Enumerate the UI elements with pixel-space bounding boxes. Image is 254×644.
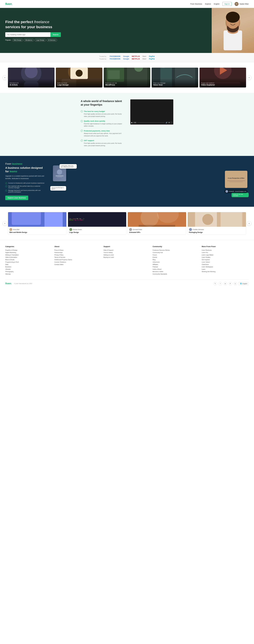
footer-link[interactable]: Influencers bbox=[153, 261, 200, 263]
feature-check-budget: ✓ bbox=[81, 110, 83, 112]
tag-ai-services[interactable]: AI Services bbox=[47, 39, 57, 42]
footer-link[interactable]: Customer Success Stories bbox=[153, 249, 200, 251]
popular-card-gif-author: Emmett Potter bbox=[133, 229, 142, 230]
footer-link[interactable]: Help & Support bbox=[104, 249, 150, 251]
tag-logo-design[interactable]: Logo Design bbox=[35, 39, 46, 42]
fullscreen-icon: ⛶ bbox=[171, 122, 172, 124]
hero-search-input[interactable] bbox=[5, 32, 50, 37]
popular-card-gif[interactable]: Emmett Potter Animated GIFs bbox=[128, 212, 186, 235]
footer-link[interactable]: Invite a friend bbox=[153, 268, 200, 270]
card-logo-title: Logo Design bbox=[58, 84, 101, 86]
footer-link[interactable]: Become a Seller bbox=[153, 271, 200, 272]
footer-col-categories: Categories Graphics & Design Digital Mar… bbox=[5, 246, 52, 276]
popular-card-web[interactable]: Anna Bell Web and Mobile Design bbox=[8, 212, 66, 235]
instagram-icon[interactable]: ◻ bbox=[234, 282, 237, 286]
footer-link[interactable]: Digital Marketing bbox=[5, 252, 52, 253]
footer-link[interactable]: Buying on Liverr bbox=[104, 256, 150, 258]
footer-link[interactable]: Business bbox=[5, 266, 52, 268]
nav-language[interactable]: English bbox=[214, 3, 220, 5]
service-card-video[interactable]: Engage your audience Video Explainer bbox=[200, 68, 246, 88]
footer-link[interactable]: Photography bbox=[5, 271, 52, 272]
feature-check-support: ✓ bbox=[81, 140, 83, 142]
video-player[interactable]: ▶ 0:00 🔊 ⚙ ⛶ bbox=[130, 100, 173, 124]
popular-card-gif-avatar bbox=[129, 228, 132, 231]
freelance-left: A whole world of freelance talent at you… bbox=[81, 100, 124, 149]
footer-link[interactable]: Data bbox=[5, 264, 52, 265]
footer-link[interactable]: Working Not Working bbox=[202, 271, 249, 272]
tag-wordpress[interactable]: Wordpress bbox=[24, 39, 34, 42]
video-progress-bar[interactable] bbox=[137, 122, 164, 123]
hero-section: Find the perfect freelance services for … bbox=[0, 8, 254, 53]
footer-link[interactable]: Liverr Workspace bbox=[202, 266, 249, 268]
linkedin-icon[interactable]: in bbox=[224, 282, 227, 286]
footer-link[interactable]: Liverr Logo Maker bbox=[202, 254, 249, 256]
footer-link[interactable]: Liverr Select bbox=[202, 261, 249, 263]
popular-card-logo-image: <div class="URL the..."> <button sign up… bbox=[68, 212, 126, 227]
footer-link[interactable]: Forum bbox=[153, 254, 200, 256]
footer-link[interactable]: Press & News bbox=[54, 249, 101, 251]
nav-user-avatar[interactable]: SM Sadan Mian bbox=[234, 2, 249, 6]
footer-link[interactable]: Blog bbox=[153, 259, 200, 260]
footer-link[interactable]: Intellectual Property Claims bbox=[54, 259, 101, 260]
footer-link[interactable]: Graphics & Design bbox=[5, 249, 52, 251]
popular-prev-button[interactable]: ‹ bbox=[3, 221, 7, 226]
card-video-title: Video Explainer bbox=[201, 84, 244, 86]
feature-desc-budget: Find high-quality services at every pric… bbox=[81, 113, 124, 118]
popular-card-pkg-author: Freddie Johnston bbox=[193, 229, 204, 230]
footer-link[interactable]: Liverr Guides bbox=[202, 256, 249, 258]
business-left: Fiverr business A business solution desi… bbox=[5, 162, 45, 200]
biz-feature-3: ✓ Manage teamwork and boost productivity… bbox=[5, 190, 45, 193]
footer-link[interactable]: Liverr Business bbox=[202, 249, 249, 251]
service-card-ai[interactable]: Add talent to AI AI Artists bbox=[8, 68, 54, 88]
footer-link[interactable]: Community Standards bbox=[153, 273, 200, 275]
business-section: Fiverr business A business solution desi… bbox=[0, 156, 254, 207]
nav-logo[interactable]: fiverr. bbox=[5, 2, 12, 6]
card-wp-title: WordPress bbox=[105, 84, 149, 86]
popular-card-pkg[interactable]: Freddie Johnston Packaging Design bbox=[188, 212, 246, 235]
service-card-voice[interactable]: Share your message Voice Over bbox=[152, 68, 198, 88]
facebook-icon[interactable]: f bbox=[218, 282, 222, 286]
footer-link[interactable]: Liverr Pro bbox=[202, 252, 249, 253]
pinterest-icon[interactable]: P bbox=[228, 282, 232, 286]
service-card-logo[interactable]: Build your brand Logo Design bbox=[56, 68, 102, 88]
footer-link[interactable]: Writing & Translation bbox=[5, 254, 52, 256]
footer-link[interactable]: Partnerships bbox=[54, 252, 101, 253]
popular-card-logo-avatar bbox=[69, 228, 72, 231]
nav-fiverr-business[interactable]: Fiverr Business bbox=[190, 3, 202, 5]
footer-link[interactable]: Video & Animation bbox=[5, 256, 52, 258]
footer-link[interactable]: Terms of Service bbox=[54, 256, 101, 258]
hero-search-button[interactable]: Search bbox=[50, 32, 61, 37]
footer-language-selector[interactable]: 🌐 English bbox=[238, 282, 249, 285]
footer-link[interactable]: Events bbox=[153, 256, 200, 258]
footer-link[interactable]: Lifestyle bbox=[5, 268, 52, 270]
popular-card-logo[interactable]: <div class="URL the..."> <button sign up… bbox=[68, 212, 126, 235]
footer-link[interactable]: Learn bbox=[202, 268, 249, 270]
footer-link[interactable]: Get Inspired bbox=[202, 259, 249, 260]
biz-chat-bubble-2: Can we see the logo in green? bbox=[50, 186, 66, 190]
footer-link[interactable]: Privacy Policy bbox=[54, 254, 101, 256]
explore-business-button[interactable]: Explore Liverr Business bbox=[5, 196, 28, 200]
settings-icon: ⚙ bbox=[168, 122, 170, 124]
popular-next-button[interactable]: › bbox=[247, 221, 251, 226]
globe-icon: 🌐 bbox=[240, 283, 242, 284]
footer-link[interactable]: Trust & Safety bbox=[104, 252, 150, 253]
footer-link[interactable]: Selling on Liverr bbox=[104, 254, 150, 256]
tag-web-design[interactable]: Web Design bbox=[12, 39, 23, 42]
footer-link[interactable]: Sitemap bbox=[5, 273, 52, 275]
nav-explore[interactable]: Explore bbox=[205, 3, 211, 5]
footer-link[interactable]: ClearVoice bbox=[202, 264, 249, 265]
footer-link[interactable]: Investor Relations bbox=[54, 261, 101, 263]
carousel-prev-button[interactable]: ‹ bbox=[3, 75, 7, 80]
footer-link[interactable]: Community hub bbox=[153, 252, 200, 253]
trusted-google: Google bbox=[123, 55, 129, 57]
footer-link[interactable]: Music & Audio bbox=[5, 259, 52, 260]
carousel-next-button[interactable]: › bbox=[247, 75, 251, 80]
footer-link[interactable]: Programming & Tech bbox=[5, 261, 52, 263]
service-card-wp[interactable]: Customize your site WordPress bbox=[104, 68, 150, 88]
footer-link[interactable]: Contact Sales bbox=[54, 264, 101, 265]
twitter-icon[interactable]: 𝕏 bbox=[214, 282, 217, 286]
footer-link[interactable]: Podcast bbox=[153, 266, 200, 268]
footer-col-community: Community Customer Success Stories Commu… bbox=[153, 246, 200, 276]
footer-link[interactable]: Affiliates bbox=[153, 264, 200, 265]
nav-sign-in-button[interactable]: Sign in bbox=[222, 2, 232, 6]
